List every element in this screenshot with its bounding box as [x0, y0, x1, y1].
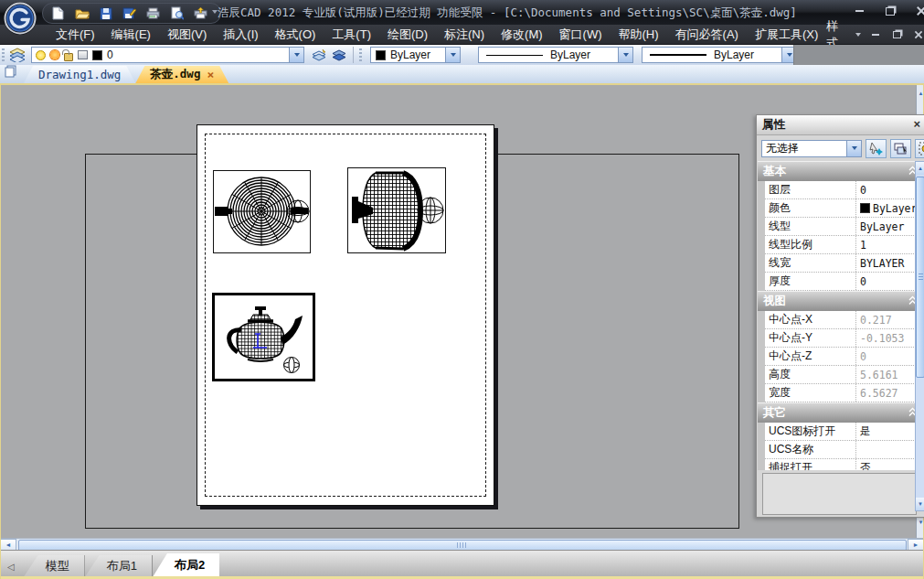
canvas-horizontal-scrollbar[interactable]: ◄ ►: [0, 538, 924, 551]
save-icon[interactable]: [98, 5, 113, 21]
layer-unlock-icon[interactable]: [64, 53, 73, 61]
minimize-button[interactable]: [849, 4, 869, 18]
style-chevron-down-icon[interactable]: [855, 33, 861, 37]
tab-teapot-dwg[interactable]: 茶壶.dwg ×: [135, 66, 228, 83]
current-linetype-name: ByLayer: [550, 48, 590, 61]
linetype-select[interactable]: ByLayer: [478, 47, 633, 63]
toolbar-drag-grip[interactable]: [2, 48, 5, 61]
property-value[interactable]: ByLayer: [855, 199, 923, 217]
child-close-button[interactable]: [912, 28, 924, 41]
color-dropdown-button[interactable]: [445, 48, 460, 62]
menu-dimension[interactable]: 标注(N): [436, 25, 493, 45]
section-header-view[interactable]: 视图: [758, 291, 923, 311]
window-controls: [849, 4, 924, 18]
section-header-basic[interactable]: 基本: [758, 161, 923, 181]
menu-express-tools[interactable]: 扩展工具(X): [747, 25, 826, 45]
chevron-down-icon: [294, 53, 300, 57]
tab-close-icon[interactable]: ×: [207, 68, 214, 81]
linetype-dropdown-button[interactable]: [618, 48, 632, 62]
layer-dropdown-button[interactable]: [289, 48, 303, 62]
open-file-icon[interactable]: [74, 5, 90, 21]
layout-tabs-scroll-left-icon[interactable]: ◁: [7, 562, 15, 572]
menu-edit[interactable]: 编辑(E): [103, 25, 159, 45]
app-logo-icon[interactable]: [3, 1, 37, 36]
scroll-up-icon[interactable]: ▲: [916, 162, 924, 175]
layer-on-bulb-icon[interactable]: [36, 50, 46, 60]
property-label: 颜色: [765, 200, 855, 216]
layer-select[interactable]: 0: [31, 47, 304, 63]
property-value[interactable]: ByLayer: [855, 218, 923, 235]
minimize-icon: [855, 10, 864, 12]
toggle-pickadd-button[interactable]: [915, 139, 924, 158]
tab-drawing1[interactable]: Drawing1.dwg: [24, 66, 135, 83]
documents-stack-icon[interactable]: [5, 65, 18, 81]
panel-scroll-thumb[interactable]: [916, 177, 924, 378]
menu-help[interactable]: 帮助(H): [611, 25, 667, 45]
tab-layout1[interactable]: 布局1: [85, 555, 153, 577]
window-title: 浩辰CAD 2012 专业版(试用版)已经过期 功能受限 - [C:\Docum…: [218, 0, 797, 25]
property-value[interactable]: 1: [855, 236, 923, 253]
section-title: 基本: [763, 164, 786, 179]
menu-format[interactable]: 格式(O): [267, 25, 324, 45]
properties-grid: 基本 图层 0 颜色 ByLayer 线型 ByLayer 线型比例 1: [758, 161, 923, 470]
property-value[interactable]: BYLAYER: [855, 254, 923, 272]
layer-thaw-sun-icon[interactable]: [50, 50, 59, 59]
panel-vertical-scrollbar[interactable]: ▲ ▼: [915, 161, 924, 511]
save-as-icon[interactable]: [122, 5, 137, 21]
menu-insert[interactable]: 插入(I): [215, 25, 266, 45]
property-row-height: 高度 5.6161: [765, 366, 923, 384]
menu-view[interactable]: 视图(V): [159, 25, 215, 45]
property-row-linetype-scale: 线型比例 1: [765, 236, 923, 254]
new-file-icon[interactable]: [50, 5, 66, 21]
menu-modify[interactable]: 修改(M): [493, 25, 551, 45]
restore-button[interactable]: [880, 4, 900, 18]
property-label: 宽度: [765, 385, 855, 401]
child-restore-button[interactable]: [891, 28, 903, 41]
publish-icon[interactable]: [193, 5, 208, 21]
property-label: 中心点-Y: [765, 330, 855, 346]
properties-panel-titlebar[interactable]: 属性 ×: [757, 115, 924, 135]
layer-plot-icon[interactable]: [78, 50, 88, 59]
lineweight-select[interactable]: ByLayer: [642, 47, 797, 63]
color-select[interactable]: ByLayer: [370, 47, 461, 63]
menu-bar: 文件(F) 编辑(E) 视图(V) 插入(I) 格式(O) 工具(T) 绘图(D…: [0, 25, 924, 45]
selection-filter-select[interactable]: 无选择: [761, 140, 862, 157]
menu-window[interactable]: 窗口(W): [551, 25, 611, 45]
property-label: 高度: [765, 367, 855, 382]
property-value[interactable]: 否: [855, 459, 923, 470]
select-objects-button[interactable]: [890, 139, 911, 158]
scroll-thumb-grip: [457, 542, 468, 548]
toolbar-drag-grip[interactable]: [359, 48, 362, 61]
make-object-layer-current-icon[interactable]: [309, 47, 329, 64]
viewport-teapot-front-view[interactable]: [347, 167, 446, 253]
layer-manager-icon[interactable]: [7, 47, 27, 64]
print-icon[interactable]: [145, 5, 161, 21]
close-button[interactable]: [911, 4, 924, 18]
tab-layout2-active[interactable]: 布局2: [153, 553, 219, 577]
layer-previous-icon[interactable]: [329, 47, 349, 64]
properties-panel-controls: 无选择: [757, 135, 924, 161]
section-header-misc[interactable]: 其它: [758, 402, 923, 423]
child-minimize-button[interactable]: [870, 28, 882, 41]
quick-select-button[interactable]: [866, 139, 887, 158]
selection-filter-dropdown-button[interactable]: [846, 141, 861, 156]
linetype-sample: [486, 55, 543, 56]
menu-qa[interactable]: 有问必答(A): [667, 25, 747, 45]
property-value[interactable]: 0: [855, 181, 923, 198]
property-label: 线宽: [765, 255, 855, 271]
viewport-teapot-top-view[interactable]: [213, 170, 311, 253]
property-value[interactable]: 是: [855, 423, 923, 440]
viewport-teapot-side-view-active[interactable]: [212, 293, 315, 381]
tab-model[interactable]: 模型: [24, 555, 85, 577]
property-value[interactable]: 0: [855, 273, 923, 290]
restore-icon: [893, 31, 901, 38]
panel-close-icon[interactable]: ×: [913, 117, 920, 131]
scroll-down-icon[interactable]: ▼: [916, 498, 924, 510]
menu-draw[interactable]: 绘图(D): [379, 25, 436, 45]
menu-tools[interactable]: 工具(T): [324, 25, 379, 45]
print-preview-icon[interactable]: [169, 5, 185, 21]
property-value: 0.217: [855, 311, 923, 328]
title-bar: 浩辰CAD 2012 专业版(试用版)已经过期 功能受限 - [C:\Docum…: [0, 0, 924, 25]
property-value[interactable]: [855, 441, 923, 458]
menu-file[interactable]: 文件(F): [48, 25, 103, 45]
